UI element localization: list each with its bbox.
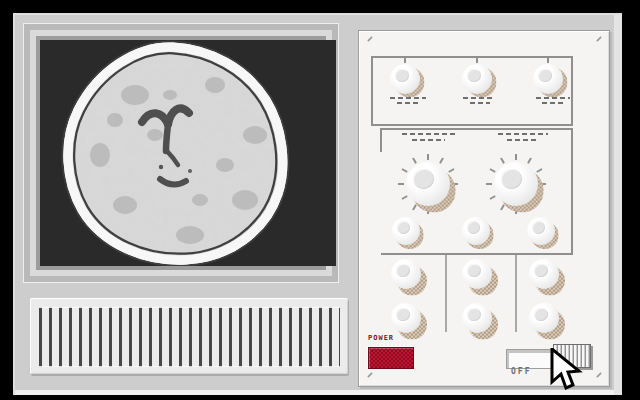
dial-left[interactable] (406, 162, 450, 206)
knob-top-1[interactable] (390, 64, 420, 94)
dial-right[interactable] (494, 162, 538, 206)
dial-label-illegible (498, 133, 548, 135)
vent-slats (39, 307, 340, 367)
knob-mid-1[interactable] (392, 217, 420, 245)
scanner-console: POWER OFF (0, 0, 640, 400)
knob-grid-r1c2[interactable] (462, 259, 492, 289)
knob-grid-r2c3[interactable] (529, 303, 559, 333)
dial-label-illegible (507, 139, 539, 141)
knob-label-illegible (463, 97, 495, 99)
grid-divider (445, 255, 447, 332)
knob-mid-3[interactable] (527, 217, 555, 245)
power-button[interactable] (368, 347, 414, 369)
knob-label-illegible (397, 102, 418, 104)
knob-label-illegible (536, 97, 570, 99)
grid-divider (515, 255, 517, 332)
knob-grid-r2c1[interactable] (391, 303, 421, 333)
knob-top-3[interactable] (533, 64, 563, 94)
knob-top-2[interactable] (462, 64, 492, 94)
mouse-cursor (549, 348, 589, 392)
vent-grille (30, 298, 348, 374)
group-outline-top (371, 56, 573, 58)
knob-label-illegible (542, 102, 566, 104)
brain-ct-scan (40, 40, 336, 266)
knob-label-illegible (470, 102, 490, 104)
power-label: POWER (368, 334, 394, 342)
knob-mid-2[interactable] (462, 217, 490, 245)
knob-grid-r1c1[interactable] (391, 259, 421, 289)
dial-label-illegible (402, 133, 455, 135)
switch-off-label: OFF (511, 367, 531, 376)
knob-grid-r2c2[interactable] (462, 303, 492, 333)
knob-grid-r1c3[interactable] (529, 259, 559, 289)
crt-screen[interactable] (40, 40, 336, 266)
knob-label-illegible (390, 97, 426, 99)
dial-label-illegible (412, 139, 445, 141)
group-outline-dials (380, 128, 573, 130)
